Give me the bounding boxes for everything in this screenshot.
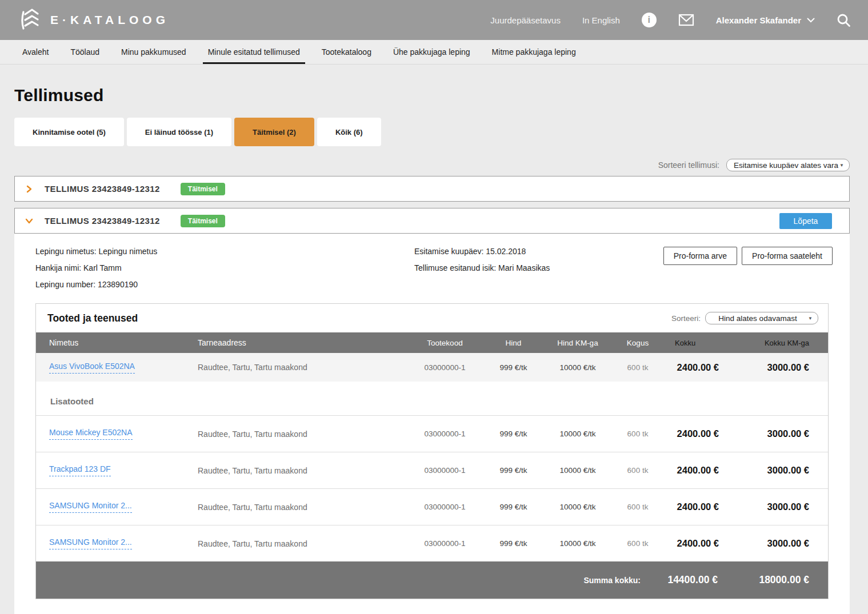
product-link[interactable]: Trackpad 123 DF [49, 464, 111, 476]
user-menu[interactable]: Alexander Skafander [716, 15, 815, 25]
table-footer: Summa kokku: 14400.00 € 18000.00 € [36, 561, 828, 599]
col-hind-km-ga: Hind KM-ga [543, 339, 612, 347]
accessibility-link[interactable]: Juurdepääsetavus [490, 15, 561, 25]
product-code: 03000000-1 [406, 430, 483, 438]
order-details-panel: Lepingu nimetus: Lepingu nimetus Hankija… [14, 234, 850, 614]
product-code: 03000000-1 [406, 539, 483, 548]
user-name: Alexander Skafander [716, 15, 801, 25]
order-title[interactable]: TELLIMUS 23423849-12312 [45, 216, 160, 226]
product-code: 03000000-1 [406, 503, 483, 511]
chevron-right-icon[interactable] [25, 185, 33, 193]
nav-item-uhe-pakkujaga-leping[interactable]: Ühe pakkujaga leping [382, 40, 481, 64]
info-icon[interactable]: i [642, 13, 657, 27]
product-address: Raudtee, Tartu, Tartu maakond [198, 430, 406, 439]
product-price: 999 €/tk [483, 539, 543, 548]
product-qty: 600 tk [612, 466, 663, 475]
nav-item-mitme-pakkujaga-leping[interactable]: Mitme pakkujaga leping [481, 40, 587, 64]
proforma-waybill-button[interactable]: Pro-forma saateleht [742, 247, 833, 265]
product-price: 999 €/tk [483, 363, 543, 372]
supplier-name: Hankija nimi: Karl Tamm [35, 263, 414, 272]
contract-number: Lepingu number: 123890190 [35, 280, 414, 289]
order-status-badge: Täitmisel [181, 215, 225, 227]
search-icon[interactable] [837, 13, 851, 27]
product-total-vat: 3000.00 € [726, 362, 828, 373]
table-row: SAMSUNG Monitor 2... Raudtee, Tartu, Tar… [36, 488, 828, 525]
product-price-vat: 10000 €/tk [543, 430, 612, 438]
col-kogus: Kogus [612, 339, 663, 347]
products-sort-label: Sorteeri: [671, 314, 701, 323]
logo-icon [18, 7, 42, 33]
product-price-vat: 10000 €/tk [543, 539, 612, 548]
product-address: Raudtee, Tartu, Tartu maakond [198, 466, 406, 475]
product-total-vat: 3000.00 € [726, 501, 828, 512]
logo-text: E·KATALOOG [50, 13, 169, 27]
page-title: Tellimused [14, 86, 850, 105]
nav-item-avaleht[interactable]: Avaleht [11, 40, 59, 64]
product-link[interactable]: SAMSUNG Monitor 2... [49, 501, 132, 513]
order-row-expanded[interactable]: TELLIMUS 23423849-12312 Täitmisel Lõpeta [14, 208, 850, 234]
product-qty: 600 tk [612, 363, 663, 372]
product-code: 03000000-1 [406, 466, 483, 475]
product-link[interactable]: Asus VivoBook E502NA [49, 362, 135, 374]
product-qty: 600 tk [612, 430, 663, 438]
table-row: Trackpad 123 DF Raudtee, Tartu, Tartu ma… [36, 452, 828, 488]
product-qty: 600 tk [612, 503, 663, 511]
product-total: 2400.00 € [663, 501, 726, 512]
nav-item-minule-esitatud-tellimused[interactable]: Minule esitatud tellimused [197, 40, 311, 64]
sum-total-label: Summa kokku: [583, 576, 641, 585]
product-link[interactable]: SAMSUNG Monitor 2... [49, 537, 132, 549]
filter-ei-lainud-toosse[interactable]: Ei läinud töösse (1) [127, 118, 231, 146]
product-address: Raudtee, Tartu, Tartu maakond [198, 363, 406, 372]
product-total: 2400.00 € [663, 362, 726, 373]
filter-kinnitamise-ootel[interactable]: Kinnitamise ootel (5) [14, 118, 124, 146]
col-kokku-km-ga: Kokku KM-ga [726, 339, 828, 347]
product-total: 2400.00 € [663, 428, 726, 439]
proforma-invoice-button[interactable]: Pro-forma arve [663, 247, 737, 265]
product-total-vat: 3000.00 € [726, 428, 828, 439]
orders-sort-row: Sorteeri tellimusi: Esitamise kuupäev al… [14, 159, 850, 171]
table-row: SAMSUNG Monitor 2... Raudtee, Tartu, Tar… [36, 525, 828, 561]
product-qty: 600 tk [612, 539, 663, 548]
contract-name: Lepingu nimetus: Lepingu nimetus [35, 247, 414, 256]
subsection-title: Lisatooted [36, 382, 828, 415]
product-link[interactable]: Mouse Mickey E502NA [49, 428, 133, 440]
product-price: 999 €/tk [483, 430, 543, 438]
table-row: Asus VivoBook E502NA Raudtee, Tartu, Tar… [36, 353, 828, 382]
filter-koik[interactable]: Kõik (6) [317, 118, 381, 146]
product-total: 2400.00 € [663, 465, 726, 476]
orders-sort-select[interactable]: Esitamise kuupäev alates vara [726, 159, 850, 171]
submitted-by: Tellimuse esitanud isik: Mari Maasikas [414, 263, 663, 272]
products-title: Tooted ja teenused [47, 312, 138, 324]
product-total-vat: 3000.00 € [726, 465, 828, 476]
nav-item-tootekataloog[interactable]: Tootekataloog [311, 40, 382, 64]
table-row: Mouse Mickey E502NA Raudtee, Tartu, Tart… [36, 415, 828, 452]
product-price-vat: 10000 €/tk [543, 503, 612, 511]
app-logo[interactable]: E·KATALOOG [18, 7, 169, 33]
order-status-badge: Täitmisel [181, 183, 225, 195]
products-card: Tooted ja teenused Sorteeri: Hind alates… [35, 303, 829, 599]
products-sort-select[interactable]: Hind alates odavamast [705, 312, 818, 324]
col-tootekood: Tootekood [406, 339, 483, 347]
product-code: 03000000-1 [406, 363, 483, 372]
nav-item-toolaud[interactable]: Töölaud [59, 40, 110, 64]
nav-item-minu-pakkumused[interactable]: Minu pakkumused [110, 40, 197, 64]
product-address: Raudtee, Tartu, Tartu maakond [198, 539, 406, 548]
sum-total-vat: 18000.00 € [718, 574, 809, 586]
chevron-down-icon [807, 18, 815, 23]
finish-order-button[interactable]: Lõpeta [779, 213, 832, 229]
product-price: 999 €/tk [483, 503, 543, 511]
product-address: Raudtee, Tartu, Tartu maakond [198, 503, 406, 512]
col-kokku: Kokku [663, 339, 726, 347]
orders-sort-label: Sorteeri tellimusi: [658, 160, 719, 170]
sum-total: 14400.00 € [641, 574, 718, 586]
chevron-down-icon[interactable] [25, 217, 33, 225]
language-link[interactable]: In English [582, 15, 620, 25]
mail-icon[interactable] [678, 14, 694, 26]
order-row-collapsed[interactable]: TELLIMUS 23423849-12312 Täitmisel [14, 176, 850, 202]
filter-taitmisel[interactable]: Täitmisel (2) [234, 118, 314, 146]
product-total-vat: 3000.00 € [726, 538, 828, 549]
top-header: E·KATALOOG Juurdepääsetavus In English i… [0, 0, 868, 40]
order-title[interactable]: TELLIMUS 23423849-12312 [45, 184, 160, 194]
product-total: 2400.00 € [663, 538, 726, 549]
col-hind: Hind [483, 339, 543, 347]
